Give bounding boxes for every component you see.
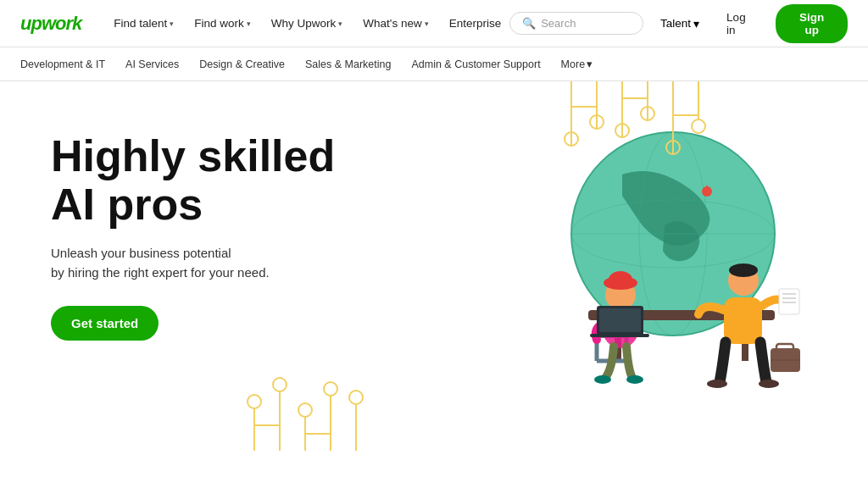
nav-find-work[interactable]: Find work ▾ <box>186 12 259 35</box>
nav-links: Find talent ▾ Find work ▾ Why Upwork ▾ W… <box>105 12 509 35</box>
svg-rect-48 <box>776 344 793 351</box>
svg-point-63 <box>349 391 363 404</box>
chevron-down-icon: ▾ <box>170 19 174 28</box>
top-navigation: upwork Find talent ▾ Find work ▾ Why Upw… <box>0 0 868 47</box>
svg-point-46 <box>759 380 779 388</box>
nav-find-talent[interactable]: Find talent ▾ <box>105 12 182 35</box>
category-navigation: Development & IT AI Services Design & Cr… <box>0 47 868 81</box>
svg-point-55 <box>248 395 261 408</box>
search-bar[interactable]: 🔍 Search <box>509 12 643 35</box>
svg-point-44 <box>729 263 758 277</box>
talent-dropdown[interactable]: Talent ▾ <box>652 12 708 36</box>
svg-point-57 <box>273 378 287 391</box>
hero-title: Highly skilledAI pros <box>51 132 335 229</box>
chevron-down-icon: ▾ <box>338 19 342 28</box>
nav-enterprise[interactable]: Enterprise <box>441 12 510 35</box>
svg-point-61 <box>324 382 337 396</box>
chevron-down-icon: ▾ <box>587 58 593 70</box>
login-button[interactable]: Log in <box>716 6 767 42</box>
svg-rect-50 <box>779 289 799 314</box>
svg-point-45 <box>707 380 727 388</box>
nav-right-section: 🔍 Search Talent ▾ Log in Sign up <box>509 4 848 43</box>
nav-whats-new[interactable]: What's new ▾ <box>354 12 437 35</box>
hero-section: Highly skilledAI pros Unleash your busin… <box>0 81 868 454</box>
svg-point-59 <box>298 403 312 417</box>
svg-point-16 <box>692 119 705 133</box>
nav-why-upwork[interactable]: Why Upwork ▾ <box>263 12 352 35</box>
get-started-button[interactable]: Get started <box>51 306 159 341</box>
search-icon: 🔍 <box>522 17 536 30</box>
chevron-down-icon: ▾ <box>425 19 429 28</box>
circuit-bottom-decoration <box>237 349 407 454</box>
svg-rect-40 <box>599 308 641 332</box>
cat-design-creative[interactable]: Design & Creative <box>199 58 285 70</box>
svg-point-38 <box>626 375 643 384</box>
cat-development-it[interactable]: Development & IT <box>20 58 105 70</box>
svg-point-37 <box>594 375 611 384</box>
signup-button[interactable]: Sign up <box>776 4 848 43</box>
chevron-down-icon: ▾ <box>247 19 251 28</box>
hero-content: Highly skilledAI pros Unleash your busin… <box>51 115 335 341</box>
circuit-top-decoration <box>546 81 732 178</box>
chevron-down-icon: ▾ <box>693 17 699 30</box>
cat-admin-support[interactable]: Admin & Customer Support <box>411 58 540 70</box>
svg-rect-41 <box>590 334 649 337</box>
hero-subtitle: Unleash your business potentialby hiring… <box>51 244 335 282</box>
upwork-logo[interactable]: upwork <box>20 13 81 35</box>
cat-more[interactable]: More ▾ <box>561 58 593 70</box>
svg-point-36 <box>609 271 632 288</box>
cat-sales-marketing[interactable]: Sales & Marketing <box>305 58 391 70</box>
cat-ai-services[interactable]: AI Services <box>125 58 179 70</box>
svg-rect-42 <box>724 297 762 344</box>
